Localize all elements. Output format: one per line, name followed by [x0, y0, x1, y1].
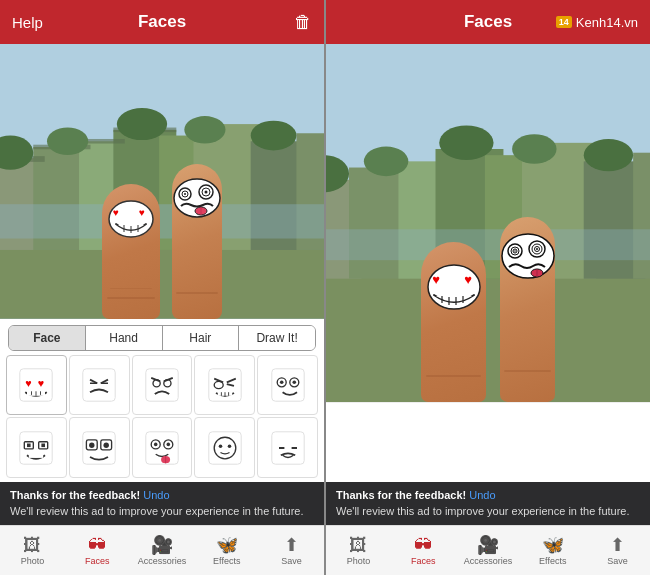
- tab-face[interactable]: Face: [9, 326, 86, 350]
- badge-number: 14: [556, 16, 572, 28]
- emoji-cell-2[interactable]: [132, 355, 193, 416]
- right-title: Faces: [464, 12, 512, 32]
- nav-faces-right[interactable]: 🕶 Faces: [391, 526, 456, 575]
- butterfly-icon-left: 🦋: [216, 536, 238, 554]
- emoji-cell-7[interactable]: [132, 417, 193, 478]
- emoji-cell-0[interactable]: ♥ ♥: [6, 355, 67, 416]
- svg-text:♥: ♥: [113, 207, 119, 218]
- left-panel: Help Faces 🗑: [0, 0, 324, 575]
- right-feedback-bar: Thanks for the feedback! Undo We'll revi…: [326, 482, 650, 525]
- svg-point-80: [154, 442, 158, 446]
- svg-rect-69: [27, 443, 31, 447]
- svg-point-87: [227, 444, 231, 448]
- svg-point-17: [184, 116, 225, 143]
- camera-icon-right: 🎥: [477, 536, 499, 554]
- nav-save-left[interactable]: ⬆ Save: [259, 526, 324, 575]
- svg-point-102: [364, 147, 408, 177]
- tab-hair[interactable]: Hair: [163, 326, 240, 350]
- camera-icon-left: 🎥: [151, 536, 173, 554]
- tab-selector: Face Hand Hair Draw It!: [8, 325, 316, 351]
- emoji-cell-8[interactable]: [194, 417, 255, 478]
- svg-rect-47: [146, 369, 178, 401]
- left-feedback-bar: Thanks for the feedback! Undo We'll revi…: [0, 482, 324, 525]
- emoji-cell-9[interactable]: [257, 417, 318, 478]
- svg-text:♥: ♥: [38, 377, 44, 389]
- save-icon-right: ⬆: [610, 536, 625, 554]
- undo-link-right[interactable]: Undo: [469, 489, 495, 501]
- svg-rect-71: [29, 454, 43, 458]
- svg-point-16: [117, 108, 167, 140]
- emoji-cell-3[interactable]: [194, 355, 255, 416]
- right-panel: Faces 14 Kenh14.vn: [326, 0, 650, 575]
- right-left-finger: ♥ ♥: [421, 242, 486, 402]
- right-photo-area: ♥ ♥: [326, 44, 650, 402]
- right-bottom-nav: 🖼 Photo 🕶 Faces 🎥 Accessories 🦋 Effects …: [326, 525, 650, 575]
- feedback-line1: Thanks for the feedback! Undo: [10, 488, 314, 503]
- svg-text:♥: ♥: [26, 377, 32, 389]
- svg-point-65: [292, 381, 296, 385]
- left-panel-bottom: Face Hand Hair Draw It! ♥ ♥: [0, 319, 324, 575]
- emoji-cell-5[interactable]: [6, 417, 67, 478]
- emoji-cell-4[interactable]: [257, 355, 318, 416]
- right-feedback-line1: Thanks for the feedback! Undo: [336, 488, 640, 503]
- svg-point-29: [184, 193, 186, 195]
- svg-point-75: [89, 442, 94, 447]
- svg-point-81: [166, 442, 170, 446]
- photo-icon-left: 🖼: [23, 536, 41, 554]
- nav-accessories-left[interactable]: 🎥 Accessories: [130, 526, 195, 575]
- feedback-line2: We'll review this ad to improve your exp…: [10, 504, 314, 519]
- svg-point-103: [439, 126, 493, 161]
- emoji-grid: ♥ ♥: [6, 355, 318, 479]
- svg-rect-70: [42, 443, 46, 447]
- left-title: Faces: [138, 12, 186, 32]
- left-finger: ♥ ♥: [102, 184, 160, 319]
- nav-photo-left[interactable]: 🖼 Photo: [0, 526, 65, 575]
- svg-point-118: [514, 250, 516, 252]
- help-button[interactable]: Help: [12, 14, 43, 31]
- svg-rect-61: [271, 369, 303, 401]
- emoji-cell-6[interactable]: [69, 417, 130, 478]
- nav-photo-right[interactable]: 🖼 Photo: [326, 526, 391, 575]
- svg-text:♥: ♥: [464, 272, 472, 287]
- svg-rect-42: [83, 369, 115, 401]
- svg-point-105: [584, 139, 633, 171]
- svg-point-15: [47, 128, 88, 155]
- glasses-icon-right: 🕶: [414, 536, 432, 554]
- left-bottom-nav: 🖼 Photo 🕶 Faces 🎥 Accessories 🦋 Effects …: [0, 525, 324, 575]
- svg-text:♥: ♥: [432, 272, 440, 287]
- emoji-cell-1[interactable]: [69, 355, 130, 416]
- right-header: Faces 14 Kenh14.vn: [326, 0, 650, 44]
- svg-rect-88: [271, 432, 303, 464]
- glasses-icon-left: 🕶: [88, 536, 106, 554]
- svg-point-76: [104, 442, 109, 447]
- svg-point-32: [205, 190, 208, 193]
- right-feedback-line2: We'll review this ad to improve your exp…: [336, 504, 640, 519]
- right-right-finger: [500, 217, 555, 402]
- badge-site: Kenh14.vn: [576, 15, 638, 30]
- left-photo-area: ♥ ♥: [0, 44, 324, 319]
- save-icon-left: ⬆: [284, 536, 299, 554]
- svg-text:♥: ♥: [139, 207, 145, 218]
- tab-hand[interactable]: Hand: [86, 326, 163, 350]
- photo-icon-right: 🖼: [349, 536, 367, 554]
- right-white-space: [326, 402, 650, 482]
- nav-effects-left[interactable]: 🦋 Effects: [194, 526, 259, 575]
- right-finger: [172, 164, 222, 319]
- tab-drawit[interactable]: Draw It!: [239, 326, 315, 350]
- nav-faces-left[interactable]: 🕶 Faces: [65, 526, 130, 575]
- svg-point-64: [279, 381, 283, 385]
- trash-icon[interactable]: 🗑: [294, 12, 312, 33]
- svg-point-86: [218, 444, 222, 448]
- undo-link-left[interactable]: Undo: [143, 489, 169, 501]
- butterfly-icon-right: 🦋: [542, 536, 564, 554]
- header-badge: 14 Kenh14.vn: [556, 15, 638, 30]
- left-header: Help Faces 🗑: [0, 0, 324, 44]
- svg-point-18: [251, 121, 297, 151]
- nav-accessories-right[interactable]: 🎥 Accessories: [456, 526, 521, 575]
- svg-point-104: [512, 134, 556, 164]
- nav-effects-right[interactable]: 🦋 Effects: [520, 526, 585, 575]
- nav-save-right[interactable]: ⬆ Save: [585, 526, 650, 575]
- svg-point-122: [536, 248, 538, 250]
